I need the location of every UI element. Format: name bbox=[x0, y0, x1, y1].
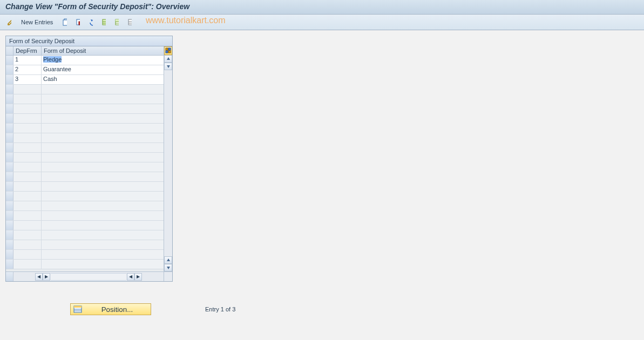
svg-rect-17 bbox=[168, 51, 171, 53]
table-row bbox=[6, 104, 164, 114]
table-row bbox=[6, 85, 164, 94]
scroll-track[interactable] bbox=[164, 70, 172, 256]
table-row bbox=[6, 94, 164, 104]
hscroll-right2-icon[interactable]: ▶ bbox=[134, 273, 142, 281]
table-body: 1Pledge2Guarantee3Cash bbox=[6, 56, 164, 271]
position-button-label: Position... bbox=[86, 305, 148, 314]
position-icon bbox=[73, 305, 83, 314]
cell-depfrm bbox=[13, 133, 42, 142]
cell-form bbox=[42, 162, 164, 172]
select-block-icon[interactable] bbox=[111, 17, 123, 28]
cell-depfrm bbox=[13, 94, 42, 104]
svg-rect-14 bbox=[166, 48, 168, 50]
table-row bbox=[6, 211, 164, 221]
cell-depfrm[interactable]: 2 bbox=[13, 65, 42, 74]
cell-depfrm bbox=[13, 260, 42, 269]
table-row bbox=[6, 172, 164, 182]
svg-rect-16 bbox=[166, 51, 168, 53]
table-row bbox=[6, 124, 164, 133]
row-selector[interactable] bbox=[6, 56, 13, 65]
table-row[interactable]: 1Pledge bbox=[6, 56, 164, 65]
cell-depfrm bbox=[13, 172, 42, 181]
row-selector bbox=[6, 221, 13, 230]
content-area: Form of Security Deposit DepFrm Form of … bbox=[0, 30, 644, 321]
delete-icon[interactable] bbox=[72, 17, 84, 28]
cell-depfrm bbox=[13, 182, 42, 191]
hscroll-track[interactable] bbox=[51, 273, 126, 281]
cell-form bbox=[42, 114, 164, 123]
scroll-down-icon[interactable] bbox=[164, 63, 172, 70]
hscroll-left2-icon[interactable]: ◀ bbox=[127, 273, 134, 281]
cell-form bbox=[42, 124, 164, 133]
footer: Position... Entry 1 of 3 bbox=[5, 303, 639, 315]
svg-rect-8 bbox=[116, 19, 119, 22]
cell-form bbox=[42, 230, 164, 240]
table-row bbox=[6, 143, 164, 153]
row-selector bbox=[6, 124, 13, 133]
cell-form bbox=[42, 153, 164, 162]
row-selector bbox=[6, 85, 13, 94]
row-selector bbox=[6, 143, 13, 152]
svg-rect-4 bbox=[103, 19, 106, 25]
row-selector bbox=[6, 114, 13, 123]
cell-form bbox=[42, 221, 164, 230]
row-selector bbox=[6, 240, 13, 249]
table-row bbox=[6, 260, 164, 269]
cell-form[interactable]: Cash bbox=[42, 75, 164, 84]
row-selector bbox=[6, 211, 13, 220]
cell-form bbox=[42, 192, 164, 201]
row-selector bbox=[6, 182, 13, 191]
position-button[interactable]: Position... bbox=[70, 303, 151, 315]
svg-rect-15 bbox=[168, 48, 171, 50]
toggle-display-change-icon[interactable] bbox=[3, 17, 15, 28]
cell-form[interactable]: Guarantee bbox=[42, 65, 164, 74]
row-selector bbox=[6, 260, 13, 269]
table-row bbox=[6, 182, 164, 192]
copy-as-icon[interactable] bbox=[59, 17, 71, 28]
new-entries-button[interactable]: New Entries bbox=[16, 17, 58, 27]
cell-depfrm bbox=[13, 201, 42, 210]
cell-form bbox=[42, 143, 164, 152]
cell-depfrm[interactable]: 1 bbox=[13, 56, 42, 65]
cell-form[interactable]: Pledge bbox=[42, 56, 164, 65]
table-row bbox=[6, 153, 164, 162]
hscroll-left-icon[interactable]: ◀ bbox=[35, 273, 43, 281]
select-all-icon[interactable] bbox=[98, 17, 110, 28]
row-selector bbox=[6, 201, 13, 210]
cell-form bbox=[42, 172, 164, 181]
table-row bbox=[6, 133, 164, 143]
row-selector-header bbox=[6, 46, 13, 55]
row-selector bbox=[6, 192, 13, 201]
watermark: www.tutorialkart.com bbox=[146, 16, 226, 25]
cell-form bbox=[42, 182, 164, 191]
table-row bbox=[6, 162, 164, 172]
cell-form bbox=[42, 250, 164, 259]
table-row[interactable]: 3Cash bbox=[6, 75, 164, 85]
deselect-all-icon[interactable] bbox=[124, 17, 135, 28]
scroll-up-icon[interactable] bbox=[164, 55, 172, 63]
table-settings-icon[interactable] bbox=[164, 46, 172, 55]
row-selector[interactable] bbox=[6, 75, 13, 84]
scroll-down-bottom-icon[interactable] bbox=[164, 264, 172, 271]
svg-rect-11 bbox=[128, 19, 132, 25]
cell-depfrm bbox=[13, 85, 42, 94]
cell-depfrm[interactable]: 3 bbox=[13, 75, 42, 84]
cell-form bbox=[42, 201, 164, 210]
table-row bbox=[6, 250, 164, 260]
cell-depfrm bbox=[13, 230, 42, 240]
svg-rect-19 bbox=[74, 306, 82, 308]
hscroll-right-icon[interactable]: ▶ bbox=[43, 273, 50, 281]
cell-depfrm bbox=[13, 124, 42, 133]
table-row bbox=[6, 240, 164, 250]
column-header-depfrm[interactable]: DepFrm bbox=[13, 46, 42, 55]
scroll-up-bottom-icon[interactable] bbox=[164, 256, 172, 264]
cell-depfrm bbox=[13, 143, 42, 152]
cell-depfrm bbox=[13, 153, 42, 162]
undo-change-icon[interactable] bbox=[85, 17, 97, 28]
page-title: Change View "Form of Security Deposit": … bbox=[5, 2, 639, 11]
row-selector[interactable] bbox=[6, 65, 13, 74]
table-row[interactable]: 2Guarantee bbox=[6, 65, 164, 75]
cell-depfrm bbox=[13, 240, 42, 249]
row-selector bbox=[6, 172, 13, 181]
column-header-form[interactable]: Form of Deposit bbox=[42, 46, 164, 55]
